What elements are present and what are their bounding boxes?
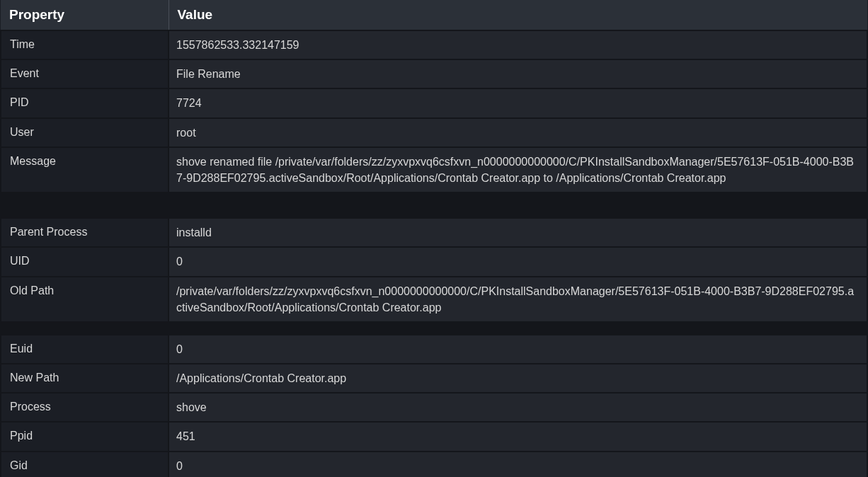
- table-row: Euid 0: [1, 335, 867, 364]
- header-value[interactable]: Value: [169, 0, 867, 30]
- property-value[interactable]: 0: [169, 452, 867, 477]
- table-row: Gid 0: [1, 452, 867, 477]
- table-row: PID 7724: [1, 88, 867, 117]
- property-label: Parent Process: [1, 218, 169, 247]
- table-row: Ppid 451: [1, 422, 867, 451]
- property-value[interactable]: root: [169, 118, 867, 147]
- property-label: Euid: [1, 335, 169, 364]
- property-label: Old Path: [1, 277, 169, 322]
- property-label: User: [1, 118, 169, 147]
- table-row: New Path /Applications/Crontab Creator.a…: [1, 364, 867, 393]
- property-value[interactable]: 0: [169, 247, 867, 276]
- property-value[interactable]: /Applications/Crontab Creator.app: [169, 364, 867, 393]
- property-label: PID: [1, 88, 169, 117]
- property-value[interactable]: 7724: [169, 88, 867, 117]
- property-label: Ppid: [1, 422, 169, 451]
- table-row: UID 0: [1, 247, 867, 276]
- table-row: Process shove: [1, 393, 867, 422]
- property-label: Message: [1, 147, 169, 192]
- property-value[interactable]: 0: [169, 335, 867, 364]
- table-row: User root: [1, 118, 867, 147]
- property-label: Event: [1, 59, 169, 88]
- table-row: Event File Rename: [1, 59, 867, 88]
- property-value[interactable]: File Rename: [169, 59, 867, 88]
- property-value[interactable]: shove: [169, 393, 867, 422]
- table-row: Message shove renamed file /private/var/…: [1, 147, 867, 192]
- table-row: Parent Process installd: [1, 218, 867, 247]
- table-header-row: Property Value: [1, 0, 867, 30]
- property-label: New Path: [1, 364, 169, 393]
- property-label: Process: [1, 393, 169, 422]
- property-value-table: Property Value Time 1557862533.332147159…: [0, 0, 868, 477]
- property-value[interactable]: 451: [169, 422, 867, 451]
- table-row: Time 1557862533.332147159: [1, 30, 867, 59]
- spacer-row: [1, 192, 867, 218]
- property-value[interactable]: /private/var/folders/zz/zyxvpxvq6csfxvn_…: [169, 277, 867, 322]
- property-label: Gid: [1, 452, 169, 477]
- property-label: UID: [1, 247, 169, 276]
- property-value[interactable]: 1557862533.332147159: [169, 30, 867, 59]
- header-property[interactable]: Property: [1, 0, 169, 30]
- property-value[interactable]: shove renamed file /private/var/folders/…: [169, 147, 867, 192]
- property-value[interactable]: installd: [169, 218, 867, 247]
- property-label: Time: [1, 30, 169, 59]
- table-row: Old Path /private/var/folders/zz/zyxvpxv…: [1, 277, 867, 322]
- spacer-row: [1, 322, 867, 335]
